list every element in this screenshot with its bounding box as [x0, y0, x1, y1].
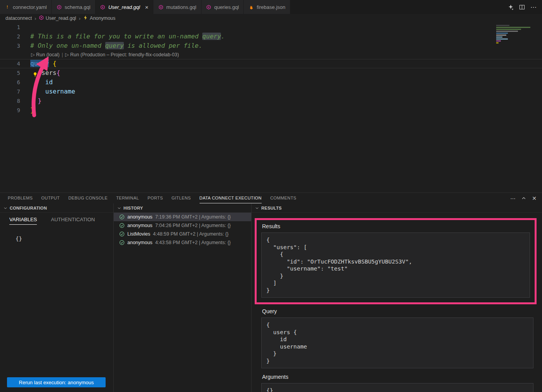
history-item[interactable]: anonymous7:19:36 PM GMT+2 | Arguments: {…: [114, 213, 251, 221]
graphql-icon: [56, 4, 62, 10]
panel-tabbar: PROBLEMSOUTPUTDEBUG CONSOLETERMINALPORTS…: [0, 193, 542, 203]
graphql-icon: [39, 15, 44, 21]
editor-tabbar: !connector.yamlschema.gqlUser_read.gql×m…: [0, 0, 542, 14]
minimap[interactable]: [496, 24, 538, 44]
panel-tab-gitlens[interactable]: GITLENS: [172, 193, 191, 203]
chevron-down-icon: [3, 206, 8, 210]
history-list: anonymous7:19:36 PM GMT+2 | Arguments: {…: [114, 213, 251, 247]
configuration-panel: CONFIGURATION VARIABLESAUTHENTICATION {}…: [0, 203, 114, 392]
editor-line-7: 7 username: [0, 87, 542, 96]
breadcrumb-separator: ›: [78, 16, 81, 21]
tab-label: schema.gql: [64, 4, 90, 10]
history-item[interactable]: ListMovies4:48:59 PM GMT+2 | Arguments: …: [114, 230, 251, 238]
codelens-separator: |: [60, 52, 65, 57]
line-content: # Only one un-named query is allowed per…: [30, 41, 202, 50]
line-number: 5: [0, 68, 30, 78]
results-header[interactable]: RESULTS: [252, 203, 542, 213]
codelens-run-production[interactable]: ▷ Run (Production – Project: friendly-fl…: [65, 52, 179, 57]
history-item-name: anonymous: [127, 214, 153, 220]
configuration-tabs: VARIABLESAUTHENTICATION: [9, 217, 113, 225]
panel-body: CONFIGURATION VARIABLESAUTHENTICATION {}…: [0, 203, 542, 392]
split-editor-icon[interactable]: [519, 4, 525, 10]
history-item-detail: 4:43:58 PM GMT+2 | Arguments: {}: [155, 240, 231, 245]
panel-tab-comments[interactable]: COMMENTS: [270, 193, 296, 203]
graphql-icon: [158, 4, 163, 10]
breadcrumb: dataconnect›User_read.gql›Anonymous: [0, 14, 542, 23]
graphql-icon: [100, 4, 106, 10]
results-section-label: Arguments: [262, 374, 533, 380]
panel-tab-ports[interactable]: PORTS: [148, 193, 163, 203]
line-number: 3: [0, 41, 30, 50]
tab-mutations-gql[interactable]: mutations.gql: [153, 0, 201, 14]
tab-label: firebase.json: [257, 4, 285, 10]
lightbulb-icon[interactable]: [33, 70, 38, 76]
graphql-icon: [206, 4, 212, 10]
tab-schema-gql[interactable]: schema.gql: [52, 0, 95, 14]
editor-line-1: 1: [0, 23, 542, 32]
panel-maximize-icon[interactable]: [521, 196, 526, 201]
code-editor[interactable]: 12# This is a file for you to write an u…: [0, 23, 542, 193]
panel-tab-problems[interactable]: PROBLEMS: [8, 193, 33, 203]
check-circle-icon: [119, 240, 125, 245]
panel-tab-data-connect-execution[interactable]: DATA CONNECT EXECUTION: [200, 193, 262, 203]
breadcrumb-label: User_read.gql: [45, 16, 76, 21]
history-panel: HISTORY anonymous7:19:36 PM GMT+2 | Argu…: [114, 203, 252, 392]
rerun-last-execution-button[interactable]: Rerun last execution: anonymous: [7, 377, 106, 387]
editor-line-8: 8 }: [0, 96, 542, 106]
check-circle-icon: [119, 214, 125, 220]
results-section-query: Query{ users { id username } }: [261, 308, 533, 368]
breadcrumb-item-anonymous[interactable]: Anonymous: [83, 15, 115, 21]
results-section-label: Results: [262, 223, 530, 229]
tab-label: queries.gql: [214, 4, 239, 10]
line-number: 9: [0, 106, 30, 115]
results-panel: RESULTS Results{ "users": [ { "id": "OrT…: [252, 203, 542, 392]
variables-value[interactable]: {}: [16, 236, 113, 242]
copilot-sparkle-icon[interactable]: [508, 4, 514, 10]
history-item-name: anonymous: [127, 223, 153, 228]
tab-label: connector.yaml: [13, 4, 47, 10]
tab-firebase-json[interactable]: firebase.json: [244, 0, 290, 14]
tab-close-icon[interactable]: ×: [145, 4, 149, 10]
history-header[interactable]: HISTORY: [114, 203, 251, 213]
history-header-label: HISTORY: [123, 206, 143, 210]
line-content: }: [30, 96, 42, 106]
codelens-run-local[interactable]: ▷ Run (local): [31, 52, 60, 57]
history-item-name: anonymous: [127, 240, 153, 245]
tab-connector-yaml[interactable]: !connector.yaml: [0, 0, 52, 14]
check-circle-icon: [119, 231, 125, 237]
editor-more-actions-icon[interactable]: ⋯: [530, 3, 537, 11]
breadcrumb-item-user-read-gql[interactable]: User_read.gql: [39, 15, 76, 21]
panel-tab-output[interactable]: OUTPUT: [41, 193, 60, 203]
results-section-label: Query: [262, 308, 533, 314]
editor-line-9: 9}: [0, 106, 542, 115]
breadcrumb-label: Anonymous: [90, 16, 115, 21]
history-item-detail: 4:48:59 PM GMT+2 | Arguments: {}: [153, 231, 229, 237]
history-item[interactable]: anonymous7:04:26 PM GMT+2 | Arguments: {…: [114, 221, 251, 230]
tabbar-actions: ⋯: [508, 0, 542, 14]
panel-tab-terminal[interactable]: TERMINAL: [116, 193, 139, 203]
configuration-tab-authentication[interactable]: AUTHENTICATION: [51, 217, 95, 225]
breadcrumb-item-dataconnect[interactable]: dataconnect: [5, 16, 32, 21]
line-content: # This is a file for you to write an un-…: [30, 32, 225, 41]
editor-tab-list: !connector.yamlschema.gqlUser_read.gql×m…: [0, 0, 290, 14]
symbol-anonymous-icon: [83, 15, 88, 21]
panel-more-actions-icon[interactable]: ⋯: [510, 195, 516, 201]
configuration-tab-variables[interactable]: VARIABLES: [9, 217, 37, 225]
line-number: 1: [0, 23, 30, 32]
results-section-results: Results{ "users": [ { "id": "OrTucFODZHT…: [255, 218, 537, 304]
tab-user-read-gql[interactable]: User_read.gql×: [96, 0, 153, 14]
breadcrumb-separator: ›: [34, 16, 36, 21]
tab-label: User_read.gql: [108, 4, 140, 10]
history-item-name: ListMovies: [127, 231, 150, 237]
chevron-down-icon: [255, 206, 259, 210]
panel-tab-debug-console[interactable]: DEBUG CONSOLE: [68, 193, 108, 203]
editor-line-6: 6 id: [0, 78, 542, 87]
line-content: username: [30, 87, 75, 96]
panel-close-icon[interactable]: ✕: [532, 195, 537, 201]
editor-line-2: 2# This is a file for you to write an un…: [0, 32, 542, 41]
configuration-header[interactable]: CONFIGURATION: [0, 203, 113, 213]
tab-queries-gql[interactable]: queries.gql: [202, 0, 244, 14]
line-content: query {: [30, 59, 56, 68]
results-sections: Results{ "users": [ { "id": "OrTucFODZHT…: [252, 218, 542, 392]
history-item[interactable]: anonymous4:43:58 PM GMT+2 | Arguments: {…: [114, 238, 251, 247]
